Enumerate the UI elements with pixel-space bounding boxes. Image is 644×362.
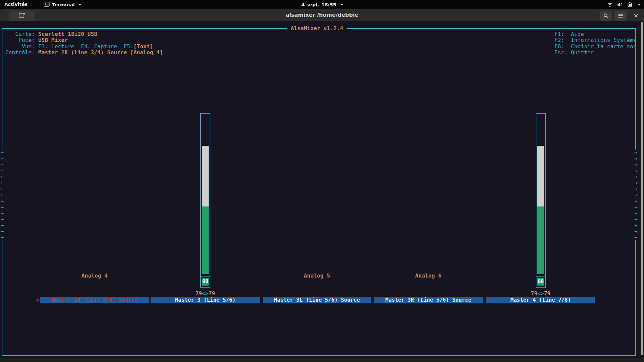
control-name-bar[interactable]: Master 4 (Line 7/8) xyxy=(486,297,595,303)
scroll-right-icon: → xyxy=(633,234,638,240)
volume-value: 79<>79 xyxy=(521,290,561,297)
scroll-left-icon: ← xyxy=(0,228,5,234)
scroll-right-icon: → xyxy=(633,216,638,222)
mixer-help-line: F2: Informations Système xyxy=(554,37,637,43)
info-value: Scarlett 18i20 USB xyxy=(38,31,97,37)
info-label: Contrôle: xyxy=(5,49,38,56)
scroll-left-icon: ← xyxy=(0,204,5,210)
scroll-right-icon: → xyxy=(633,149,638,156)
wifi-icon xyxy=(607,2,613,7)
enum-value-label: Analog 6 xyxy=(374,273,483,279)
scroll-left-icon: ← xyxy=(0,234,5,240)
scroll-right-icon: → xyxy=(633,222,638,228)
volume-fill-upper xyxy=(537,146,544,206)
close-icon xyxy=(634,13,638,18)
scroll-left-icon: ← xyxy=(0,168,5,174)
scroll-right-icon: → xyxy=(633,228,638,234)
clock-label: 4 sept. 18:55 xyxy=(302,2,336,7)
mixer-info-line: Carte: Scarlett 18i20 USB xyxy=(5,31,163,37)
scroll-right-icon: → xyxy=(633,156,638,162)
volume-bar[interactable]: 00 xyxy=(536,113,546,288)
mixer-info-line: Contrôle: Master 2R (Line 3/4) Source [A… xyxy=(5,50,163,56)
scroll-left-icon: ← xyxy=(0,180,5,186)
battery-icon xyxy=(628,2,632,7)
info-label: Puce: xyxy=(5,37,38,43)
scroll-left-icon: ← xyxy=(0,192,5,198)
chevron-down-icon xyxy=(78,4,82,6)
enum-value-label: Analog 4 xyxy=(40,273,149,279)
volume-db-box: 00 xyxy=(537,278,544,286)
volume-separator: <> xyxy=(537,290,544,297)
scroll-right-icon: → xyxy=(633,198,638,204)
scroll-right-icon: → xyxy=(633,180,638,186)
alsamixer-title: AlsaMixer v1.2.4 xyxy=(287,25,347,32)
scroll-left-icon: ← xyxy=(0,222,5,228)
mixer-info-block: Carte: Scarlett 18i20 USB Puce: USB Mixe… xyxy=(5,31,163,56)
volume-icon xyxy=(617,2,623,7)
terminal-scrollbar[interactable] xyxy=(638,21,644,358)
volume-value: 79<>79 xyxy=(185,290,225,297)
scroll-right-icon: → xyxy=(633,204,638,210)
scroll-left-icon: ← xyxy=(0,156,5,162)
scroll-left-icon: ← xyxy=(0,210,5,216)
mixer-help-line: F6: Choisir la carte son xyxy=(554,44,637,50)
info-label: Vue: xyxy=(5,43,38,50)
mixer-info-line: Vue: F3: Lecture F4: Capture F5:[Tout] xyxy=(5,44,163,50)
gnome-top-bar: Activités Terminal 4 sept. 18:55 xyxy=(0,0,644,9)
terminal-icon xyxy=(44,2,50,8)
control-name-bar[interactable]: Master 3 (Line 5/6) xyxy=(151,297,260,303)
info-value: [Tout] xyxy=(133,43,153,50)
control-name-bar[interactable]: Master 3R (Line 5/6) Source xyxy=(374,297,483,303)
volume-left-value: 79 xyxy=(531,290,538,297)
scroll-left-icon: ← xyxy=(0,174,5,180)
mixer-help-line: F1: Aide xyxy=(554,31,637,37)
scroll-left-icon: ← xyxy=(0,186,5,192)
volume-fill-lower xyxy=(537,206,544,274)
control-name-bar[interactable]: Master 3L (Line 5/6) Source xyxy=(263,297,371,303)
system-status-area[interactable] xyxy=(607,0,641,9)
clock-menu[interactable]: 4 sept. 18:55 xyxy=(302,0,343,9)
selected-marker-left: < xyxy=(35,297,40,303)
screen: Activités Terminal 4 sept. 18:55 xyxy=(0,0,644,362)
close-button[interactable] xyxy=(630,11,642,21)
window-bottom-edge xyxy=(0,358,644,362)
scroll-left-icon: ← xyxy=(0,162,5,168)
volume-bar[interactable]: 00 xyxy=(200,113,210,288)
scroll-right-icon: → xyxy=(633,174,638,180)
scroll-left-icon: ← xyxy=(0,216,5,222)
info-value: F3: Lecture F4: Capture F5: xyxy=(38,43,133,50)
volume-fill-lower xyxy=(202,206,209,274)
volume-right-value: 79 xyxy=(209,290,215,297)
scroll-left-icon: ← xyxy=(0,198,5,204)
volume-right-value: 79 xyxy=(544,290,551,297)
menu-button[interactable] xyxy=(614,11,627,21)
volume-db-divider xyxy=(201,276,210,277)
mixer-help-block: F1: AideF2: Informations SystèmeF6: Choi… xyxy=(554,31,637,56)
terminal-titlebar: alsamixer /home/debbie xyxy=(0,9,644,21)
window-title: alsamixer /home/debbie xyxy=(0,12,644,18)
scroll-right-icon: → xyxy=(633,168,638,174)
search-icon xyxy=(603,13,609,18)
scrollbar-thumb[interactable] xyxy=(641,22,643,355)
control-name-bar[interactable]: Master 2R (Line 3/4) Source xyxy=(40,297,149,303)
notification-dot xyxy=(341,4,342,5)
mixer-info-line: Puce: USB Mixer xyxy=(5,37,163,43)
search-button[interactable] xyxy=(600,11,612,21)
terminal-viewport[interactable]: AlsaMixer v1.2.4 Carte: Scarlett 18i20 U… xyxy=(0,21,644,358)
volume-fill-upper xyxy=(202,146,209,206)
info-value: USB Mixer xyxy=(38,37,68,43)
volume-separator: <> xyxy=(202,290,209,297)
app-menu-label: Terminal xyxy=(52,2,75,7)
scroll-right-icon: → xyxy=(633,210,638,216)
enum-value-label: Analog 5 xyxy=(263,273,371,279)
scroll-left-icon: ← xyxy=(0,149,5,156)
chevron-down-icon xyxy=(637,4,641,6)
volume-db-divider xyxy=(536,276,545,277)
app-menu-terminal[interactable]: Terminal xyxy=(44,0,82,9)
hamburger-icon xyxy=(618,14,623,18)
info-label: Carte: xyxy=(5,31,38,37)
activities-button[interactable]: Activités xyxy=(4,0,28,9)
scroll-right-icon: → xyxy=(633,192,638,198)
volume-left-value: 79 xyxy=(196,290,202,297)
scroll-right-icon: → xyxy=(633,186,638,192)
